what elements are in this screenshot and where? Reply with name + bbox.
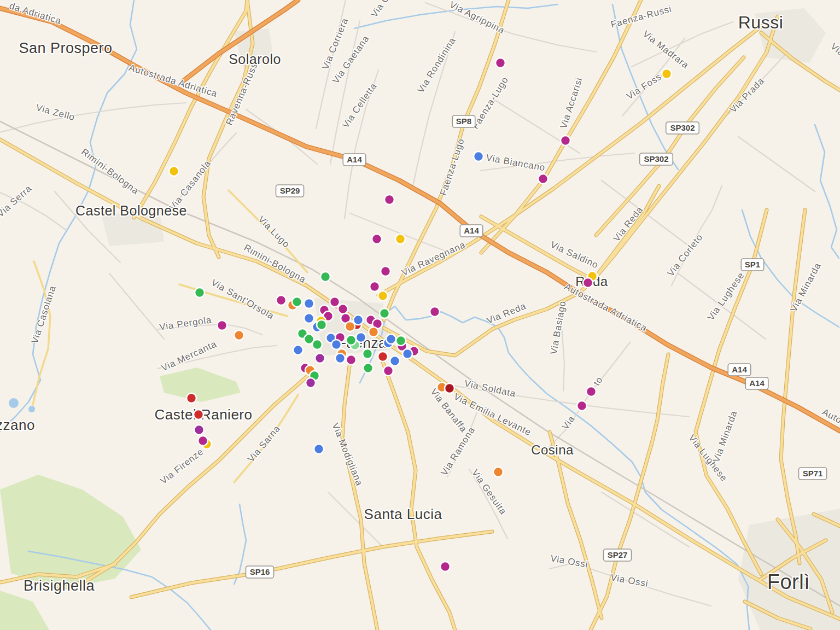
town-label-solarolo: Solarolo: [229, 51, 281, 67]
map-marker[interactable]: [395, 234, 405, 244]
map-marker[interactable]: [396, 336, 406, 346]
map-marker[interactable]: [383, 366, 393, 376]
map-marker[interactable]: [194, 410, 203, 419]
road-minor: [546, 342, 630, 451]
map-marker[interactable]: [338, 304, 348, 314]
map-marker[interactable]: [169, 166, 179, 176]
road-primary-casing: [781, 210, 805, 563]
road-label: Faenza-Lugo: [438, 137, 466, 197]
map-marker[interactable]: [312, 340, 322, 349]
town-label-cosina: Cosina: [531, 442, 574, 457]
map-marker[interactable]: [304, 299, 314, 308]
map-viewport[interactable]: da AdriaticaAutostrada AdriaticaVia Zell…: [0, 0, 840, 630]
map-marker[interactable]: [306, 378, 316, 388]
road-label: Via Ossi: [610, 572, 649, 589]
road-label: Via Agrippina: [448, 0, 506, 36]
town-label-forl-: Forlì: [767, 570, 810, 593]
map-marker[interactable]: [195, 288, 205, 298]
map-marker[interactable]: [315, 353, 325, 363]
road-minor: [109, 273, 164, 339]
town-label-santa-lucia: Santa Lucia: [364, 506, 442, 522]
map-marker[interactable]: [292, 297, 302, 307]
route-badge-label: A14: [732, 365, 747, 374]
map-marker[interactable]: [356, 332, 366, 342]
map-marker[interactable]: [440, 562, 450, 571]
route-badge-label: SP29: [280, 186, 300, 195]
map-marker[interactable]: [369, 327, 378, 337]
road-primary: [550, 432, 602, 618]
road-label: Via Biancano: [485, 153, 546, 173]
map-marker[interactable]: [363, 363, 373, 373]
green-area: [160, 368, 241, 402]
map-marker[interactable]: [234, 330, 244, 340]
road-label: Via Corleto: [666, 232, 705, 278]
map-marker[interactable]: [317, 320, 326, 330]
map-marker[interactable]: [293, 345, 303, 355]
green-area: [0, 591, 49, 630]
map-marker[interactable]: [583, 278, 593, 288]
route-badge-label: A14: [749, 378, 765, 388]
map-marker[interactable]: [586, 387, 596, 396]
map-marker[interactable]: [372, 234, 382, 244]
map-marker[interactable]: [384, 195, 394, 205]
map-marker[interactable]: [378, 352, 388, 361]
road-label: Via Rondinina: [416, 36, 458, 95]
map-marker[interactable]: [198, 436, 208, 446]
route-badge-label: A14: [464, 226, 479, 235]
map-marker[interactable]: [445, 383, 454, 393]
map-marker[interactable]: [217, 320, 227, 330]
route-badge-label: SP71: [803, 469, 823, 478]
map-marker[interactable]: [330, 297, 340, 307]
map-marker[interactable]: [381, 266, 390, 276]
map-marker[interactable]: [561, 136, 570, 145]
map-marker[interactable]: [577, 401, 587, 411]
map-marker[interactable]: [320, 272, 330, 282]
town-label-russi: Russi: [738, 13, 784, 32]
map-marker[interactable]: [346, 335, 356, 345]
map-marker[interactable]: [331, 340, 341, 349]
map-marker[interactable]: [335, 353, 345, 363]
map-marker[interactable]: [380, 308, 389, 318]
map-marker[interactable]: [363, 349, 372, 359]
lake: [9, 398, 19, 408]
road-label: Via: [829, 41, 840, 59]
route-badge-label: A14: [347, 155, 362, 164]
route-badge-label: SP302: [644, 154, 668, 164]
road-minor: [738, 137, 815, 191]
map-marker[interactable]: [304, 313, 314, 323]
map-marker[interactable]: [474, 151, 483, 161]
map-canvas[interactable]: da AdriaticaAutostrada AdriaticaVia Zell…: [0, 0, 840, 630]
road-label: Via Pergola: [159, 314, 212, 332]
map-marker[interactable]: [194, 425, 204, 435]
road-label: Via G: [369, 0, 392, 19]
road-label: Via Soldata: [463, 378, 516, 399]
road-label: Via Ramona: [439, 425, 477, 477]
map-marker[interactable]: [538, 174, 548, 184]
map-marker[interactable]: [662, 69, 672, 79]
road-label: Faenza-Lugo: [470, 75, 510, 131]
map-marker[interactable]: [276, 295, 286, 305]
green-area: [0, 475, 141, 590]
route-badge-label: SP1: [745, 260, 760, 269]
map-marker[interactable]: [314, 444, 324, 454]
road-motorway: [183, 0, 298, 81]
map-marker[interactable]: [186, 393, 196, 403]
road-label: Via Saldino: [549, 239, 600, 270]
road-label: Rimini-Bologna: [242, 242, 308, 285]
map-marker[interactable]: [493, 467, 503, 477]
map-marker[interactable]: [390, 356, 400, 366]
map-marker[interactable]: [495, 58, 505, 68]
map-marker[interactable]: [346, 355, 356, 365]
map-marker[interactable]: [402, 349, 412, 359]
map-marker[interactable]: [345, 322, 355, 331]
town-label-brisighella: Brisighella: [24, 578, 95, 594]
road-primary: [342, 362, 377, 630]
map-marker[interactable]: [386, 334, 396, 344]
map-marker[interactable]: [353, 315, 363, 325]
lake: [28, 406, 35, 412]
map-marker[interactable]: [378, 291, 388, 301]
map-marker[interactable]: [430, 307, 440, 317]
road-label: Via Modigliana: [330, 422, 364, 488]
road-label: Via Madrara: [641, 28, 691, 71]
map-marker[interactable]: [370, 282, 380, 291]
